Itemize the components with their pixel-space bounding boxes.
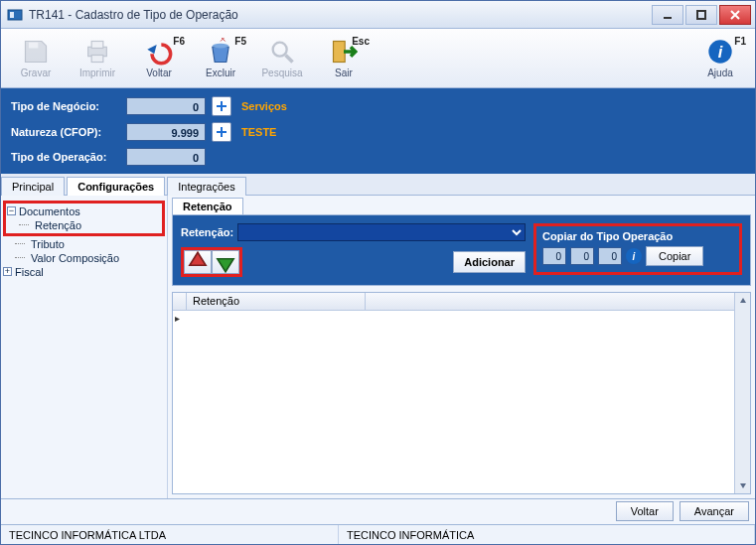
copiar-v3[interactable]: 0 xyxy=(598,247,622,265)
tab-integracoes[interactable]: Integrações xyxy=(167,177,245,196)
svg-rect-3 xyxy=(697,11,705,19)
subtab-retencao[interactable]: Retenção xyxy=(172,198,243,214)
status-bar: TECINCO INFORMÁTICA LTDA TECINCO INFORMÁ… xyxy=(1,524,755,544)
info-icon: i xyxy=(706,38,734,66)
retencao-label: Retenção: xyxy=(181,226,233,238)
titlebar: TR141 - Cadastro de Tipo de Operação xyxy=(1,1,755,29)
copiar-group-label: Copiar do Tipo Operação xyxy=(542,230,733,246)
search-icon xyxy=(268,38,296,66)
status-branch: TECINCO INFORMÁTICA xyxy=(339,525,755,544)
minimize-button[interactable] xyxy=(652,5,683,25)
app-window: TR141 - Cadastro de Tipo de Operação Gra… xyxy=(0,0,756,545)
tree-documentos[interactable]: −Documentos xyxy=(7,204,161,218)
svg-point-8 xyxy=(213,44,228,49)
svg-rect-4 xyxy=(29,43,38,49)
scroll-up-icon[interactable] xyxy=(735,293,750,309)
move-down-button[interactable] xyxy=(212,250,239,274)
sair-button[interactable]: Esc Sair xyxy=(313,31,375,85)
tab-configuracoes[interactable]: Configurações xyxy=(67,177,165,196)
tipo-operacao-value[interactable]: 0 xyxy=(126,148,206,166)
maximize-button[interactable] xyxy=(685,5,717,25)
grid-row-selector-head xyxy=(173,293,187,310)
imprimir-button[interactable]: Imprimir xyxy=(67,31,128,85)
natureza-desc: TESTE xyxy=(241,126,745,138)
bottom-avancar-button[interactable]: Avançar xyxy=(680,501,749,521)
bottom-bar: Voltar Avançar xyxy=(1,498,755,524)
svg-rect-2 xyxy=(664,17,672,19)
bottom-voltar-button[interactable]: Voltar xyxy=(616,501,674,521)
top-fields: Tipo de Negócio: 0 Serviços Natureza (CF… xyxy=(1,88,755,174)
svg-rect-10 xyxy=(334,42,346,63)
copiar-info-icon[interactable]: i xyxy=(626,248,642,264)
tree-fiscal[interactable]: +Fiscal xyxy=(3,265,165,279)
tree-tributo[interactable]: Tributo xyxy=(3,237,165,251)
move-up-button[interactable] xyxy=(184,250,212,274)
pesquisa-button[interactable]: Pesquisa xyxy=(251,31,313,85)
grid-header: Retenção xyxy=(173,293,734,311)
save-icon xyxy=(22,38,50,66)
ajuda-button[interactable]: F1 i Ajuda xyxy=(689,31,751,85)
form-area: Retenção: Adicionar Copiar do Tipo Opera… xyxy=(172,214,751,286)
collapse-icon[interactable]: − xyxy=(7,206,16,215)
grid-area: Retenção ▸ xyxy=(172,292,751,494)
print-icon xyxy=(83,38,111,66)
expand-icon[interactable]: + xyxy=(3,267,12,276)
copiar-v1[interactable]: 0 xyxy=(542,247,566,265)
copiar-button[interactable]: Copiar xyxy=(646,246,703,266)
tipo-operacao-label: Tipo de Operação: xyxy=(11,151,120,163)
grid-col-retencao[interactable]: Retenção xyxy=(187,293,366,310)
main-toolbar: Gravar Imprimir F6 Voltar F5 Excluir Pes… xyxy=(1,29,755,88)
copiar-v2[interactable]: 0 xyxy=(570,247,594,265)
natureza-label: Natureza (CFOP): xyxy=(11,126,120,138)
status-company: TECINCO INFORMÁTICA LTDA xyxy=(1,525,339,544)
excluir-button[interactable]: F5 Excluir xyxy=(190,31,251,85)
grid-row-pointer-icon: ▸ xyxy=(175,313,180,324)
window-buttons xyxy=(652,5,751,25)
tree-valor-composicao[interactable]: Valor Composição xyxy=(3,251,165,265)
detail-pane: Retenção Retenção: Adicionar xyxy=(168,196,755,498)
natureza-value[interactable]: 9.999 xyxy=(126,123,206,141)
trash-icon xyxy=(207,38,234,66)
scroll-down-icon[interactable] xyxy=(735,477,750,493)
main-content: −Documentos Retenção Tributo Valor Compo… xyxy=(1,196,755,498)
navigation-tree: −Documentos Retenção Tributo Valor Compo… xyxy=(1,196,168,498)
tipo-negocio-desc: Serviços xyxy=(241,100,745,112)
voltar-button[interactable]: F6 Voltar xyxy=(128,31,190,85)
svg-text:i: i xyxy=(718,43,723,61)
tipo-negocio-value[interactable]: 0 xyxy=(126,97,206,115)
svg-point-9 xyxy=(273,43,287,57)
tree-retencao[interactable]: Retenção xyxy=(7,218,161,232)
copiar-group: Copiar do Tipo Operação 0 0 0 i Copiar xyxy=(533,223,742,275)
close-button[interactable] xyxy=(719,5,751,25)
tipo-negocio-add[interactable] xyxy=(212,96,231,116)
svg-rect-1 xyxy=(10,12,14,18)
app-icon xyxy=(7,7,23,23)
grid-scrollbar[interactable] xyxy=(734,293,750,493)
gravar-button[interactable]: Gravar xyxy=(5,31,67,85)
svg-rect-7 xyxy=(91,56,103,63)
undo-icon xyxy=(145,38,173,66)
natureza-add[interactable] xyxy=(212,122,231,142)
window-title: TR141 - Cadastro de Tipo de Operação xyxy=(29,8,652,22)
retencao-select[interactable] xyxy=(237,223,526,241)
tab-principal[interactable]: Principal xyxy=(1,177,65,196)
main-tabs: Principal Configurações Integrações xyxy=(1,174,755,196)
sub-tabs: Retenção xyxy=(172,198,751,214)
adicionar-button[interactable]: Adicionar xyxy=(453,251,526,273)
tipo-negocio-label: Tipo de Negócio: xyxy=(11,100,120,112)
svg-rect-6 xyxy=(91,42,103,49)
